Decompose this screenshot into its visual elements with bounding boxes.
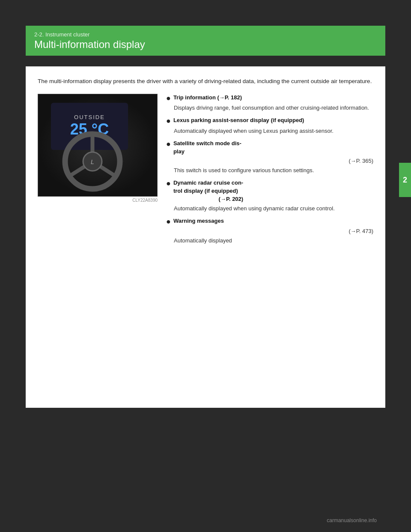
bullet-trip-header: ● Trip information (→P. 182) [166,94,373,103]
dashboard-background: OUTSIDE 25 °C [38,94,157,196]
bullet-dot-warning: ● [166,217,171,227]
bullet-dot-radar: ● [166,179,171,188]
chapter-number: 2 [403,176,407,185]
page-background: 2-2. Instrument cluster Multi-informatio… [0,0,411,532]
bullet-warning-ref: (→P. 473) [174,227,373,236]
bullet-lexus-parking-header: ● Lexus parking assist-sensor display (i… [166,117,373,126]
bullet-dot-trip: ● [166,94,171,103]
bullet-warning-body: Automatically displayed [174,236,373,245]
watermark: carmanualsonline.info [327,517,377,523]
bullet-trip-body: Displays driving range, fuel consumption… [174,104,373,112]
bullet-trip-title: Trip information (→P. 182) [173,94,242,102]
info-area: ● Trip information (→P. 182) Displays dr… [166,94,373,398]
bullet-warning-title: Warning messages [173,217,224,225]
bullet-satellite-body: This switch is used to configure various… [174,166,373,175]
image-area: OUTSIDE 25 °C [38,94,158,398]
bullet-satellite-header: ● Satellite switch mode dis-play [166,140,373,156]
bullet-dot-satellite: ● [166,140,171,149]
bullet-warning-header: ● Warning messages [166,217,373,227]
bullet-lexus-parking: ● Lexus parking assist-sensor display (i… [166,117,373,135]
bullet-lexus-parking-body: Automatically displayed when using Lexus… [174,127,373,135]
car-dashboard-image: OUTSIDE 25 °C [38,94,158,197]
bullet-satellite-title: Satellite switch mode dis-play [173,140,241,156]
header-subtitle: 2-2. Instrument cluster [34,31,377,38]
bullet-dot-parking: ● [166,117,171,126]
chapter-tab: 2 [399,163,411,197]
intro-paragraph: The multi-information display presents t… [38,77,373,86]
bullet-dynamic-radar-header: ● Dynamic radar cruise con-trol display … [166,179,373,203]
main-area: OUTSIDE 25 °C [38,94,373,398]
bullet-satellite-ref: (→P. 365) [174,157,373,165]
bullet-warning: ● Warning messages (→P. 473) Automatical… [166,217,373,245]
image-caption: CLY22A8390 [38,198,158,203]
bullet-trip: ● Trip information (→P. 182) Displays dr… [166,94,373,113]
bullet-lexus-parking-title: Lexus parking assist-sensor display (if … [173,117,304,125]
outside-label: OUTSIDE [74,114,105,120]
bullet-satellite: ● Satellite switch mode dis-play (→P. 36… [166,140,373,175]
bullet-dynamic-radar-title: Dynamic radar cruise con-trol display (i… [173,179,243,203]
bullet-dynamic-radar: ● Dynamic radar cruise con-trol display … [166,179,373,213]
bullet-dynamic-radar-body: Automatically displayed when using dynam… [174,204,373,213]
header-bar: 2-2. Instrument cluster Multi-informatio… [26,26,385,56]
header-title: Multi-information display [34,39,377,51]
steering-wheel-svg: L [62,131,124,193]
content-box: The multi-information display presents t… [26,66,385,408]
svg-text:L: L [91,158,94,165]
